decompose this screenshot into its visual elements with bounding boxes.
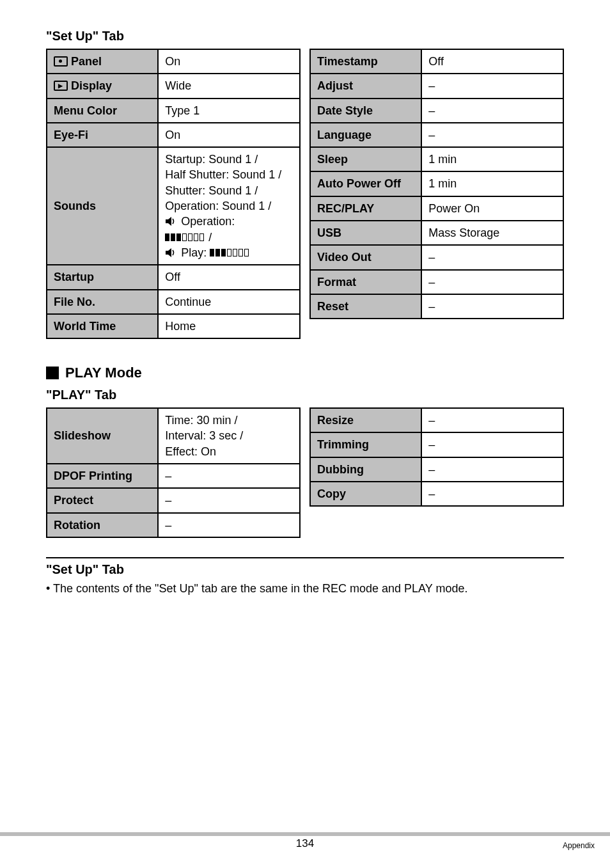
setup-tab-title: "Set Up" Tab	[46, 29, 564, 43]
row-value: –	[421, 408, 563, 432]
svg-marker-1	[166, 248, 171, 257]
row-value: On	[158, 49, 300, 74]
table-row: File No. Continue	[47, 290, 300, 314]
row-value: –	[421, 457, 563, 482]
table-row: REC/PLAYPower On	[310, 196, 563, 221]
table-row: World Time Home	[47, 314, 300, 338]
row-label: Rotation	[47, 513, 158, 537]
row-label: File No.	[47, 290, 158, 314]
row-label: Protect	[47, 488, 158, 512]
setup-left-table: Panel On Display Wide Menu Color Type 1	[46, 49, 301, 339]
row-label: Format	[310, 270, 421, 294]
row-label: World Time	[47, 314, 158, 338]
row-value: –	[421, 482, 563, 506]
appendix-label: Appendix	[563, 841, 595, 850]
display-icon	[54, 81, 68, 91]
sounds-value-cell: Startup: Sound 1 / Half Shutter: Sound 1…	[158, 147, 300, 265]
row-label: REC/PLAY	[310, 196, 421, 221]
sounds-line: Half Shutter: Sound 1 /	[165, 167, 293, 182]
row-label: USB	[310, 221, 421, 245]
table-row: Menu Color Type 1	[47, 99, 300, 123]
svg-marker-0	[166, 217, 171, 226]
table-row: Panel On	[47, 49, 300, 74]
row-value: Power On	[421, 196, 563, 221]
row-value: Continue	[158, 290, 300, 314]
row-label: Eye-Fi	[47, 123, 158, 147]
table-row: USBMass Storage	[310, 221, 563, 245]
table-row: Video Out–	[310, 245, 563, 269]
table-row: Startup Off	[47, 265, 300, 289]
play-right-table: Resize– Trimming– Dubbing– Copy–	[309, 407, 564, 507]
row-label: Slideshow	[47, 408, 158, 464]
page-number: 134	[296, 837, 314, 850]
row-label: Language	[310, 123, 421, 147]
sounds-line: Operation:	[178, 215, 235, 228]
row-label: Auto Power Off	[310, 171, 421, 196]
row-value: –	[421, 74, 563, 98]
row-label: DPOF Printing	[47, 464, 158, 488]
row-value: –	[158, 488, 300, 512]
row-label: Sleep	[310, 147, 421, 171]
row-value: 1 min	[421, 147, 563, 171]
footer-rule	[0, 832, 610, 836]
play-mode-title: PLAY Mode	[65, 365, 142, 381]
row-value: Wide	[158, 74, 300, 98]
row-value: –	[421, 123, 563, 147]
table-row: Copy–	[310, 482, 563, 506]
table-row: Date Style–	[310, 99, 563, 123]
row-value: –	[158, 464, 300, 488]
row-value: –	[421, 432, 563, 457]
volume-bar-play	[210, 247, 250, 258]
table-row-sounds: Sounds Startup: Sound 1 / Half Shutter: …	[47, 147, 300, 265]
bottom-note: • The contents of the "Set Up" tab are t…	[46, 582, 564, 596]
row-value: Mass Storage	[421, 221, 563, 245]
table-row: Reset–	[310, 294, 563, 319]
row-label: Panel	[71, 55, 102, 68]
table-row: Adjust–	[310, 74, 563, 98]
panel-icon	[54, 56, 68, 67]
speaker-play-icon	[165, 249, 178, 258]
table-row: Rotation–	[47, 513, 300, 537]
table-row: DPOF Printing–	[47, 464, 300, 488]
table-row: Trimming–	[310, 432, 563, 457]
table-row: Resize–	[310, 408, 563, 432]
row-value: –	[421, 99, 563, 123]
play-tab-title: "PLAY" Tab	[46, 388, 564, 402]
row-label: Video Out	[310, 245, 421, 269]
row-label: Resize	[310, 408, 421, 432]
row-label: Copy	[310, 482, 421, 506]
row-value: Off	[158, 265, 300, 289]
table-row: Slideshow Time: 30 min / Interval: 3 sec…	[47, 408, 300, 464]
table-row: Dubbing–	[310, 457, 563, 482]
table-row: Eye-Fi On	[47, 123, 300, 147]
row-value: –	[421, 294, 563, 319]
section-bullet-icon	[46, 367, 59, 379]
table-row: Auto Power Off1 min	[310, 171, 563, 196]
row-label: Trimming	[310, 432, 421, 457]
table-row: Sleep1 min	[310, 147, 563, 171]
sounds-line: Operation: Sound 1 /	[165, 198, 293, 214]
table-row: Format–	[310, 270, 563, 294]
row-label: Display	[71, 79, 112, 92]
row-label: Sounds	[47, 147, 158, 265]
sounds-line: Play:	[178, 246, 210, 259]
row-label: Date Style	[310, 99, 421, 123]
setup-right-table: TimestampOff Adjust– Date Style– Languag…	[309, 49, 564, 319]
table-row: TimestampOff	[310, 49, 563, 74]
play-left-table: Slideshow Time: 30 min / Interval: 3 sec…	[46, 407, 301, 538]
row-label: Timestamp	[310, 49, 421, 74]
row-value: 1 min	[421, 171, 563, 196]
row-value: On	[158, 123, 300, 147]
sounds-line: Startup: Sound 1 /	[165, 152, 293, 167]
row-value: Home	[158, 314, 300, 338]
volume-bar-operation	[165, 232, 205, 243]
table-row: Language–	[310, 123, 563, 147]
table-row: Protect–	[47, 488, 300, 512]
row-label: Dubbing	[310, 457, 421, 482]
row-value: –	[421, 245, 563, 269]
section-rule	[46, 557, 564, 558]
row-value: Off	[421, 49, 563, 74]
bottom-setup-tab-title: "Set Up" Tab	[46, 562, 564, 577]
speaker-operation-icon	[165, 217, 178, 226]
row-value: –	[158, 513, 300, 537]
